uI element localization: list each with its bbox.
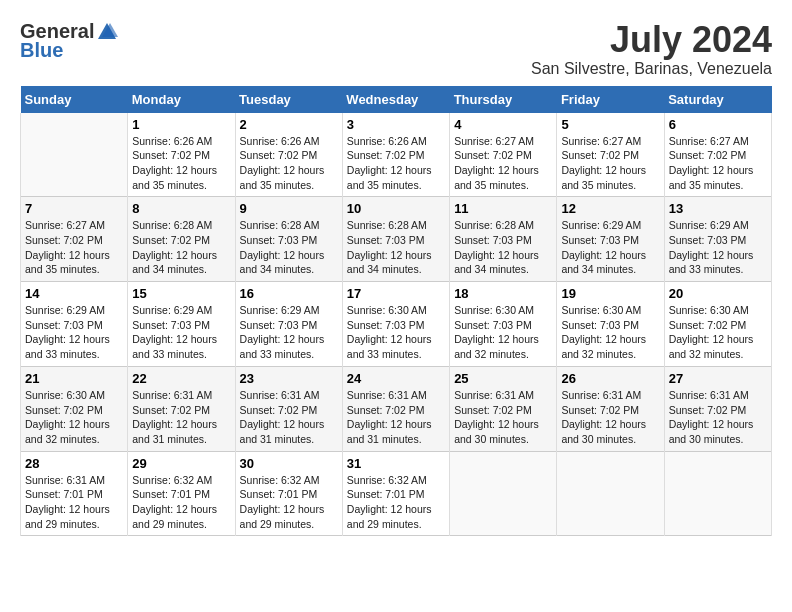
calendar-cell: 14Sunrise: 6:29 AM Sunset: 7:03 PM Dayli…	[21, 282, 128, 367]
calendar-cell: 15Sunrise: 6:29 AM Sunset: 7:03 PM Dayli…	[128, 282, 235, 367]
calendar-cell: 11Sunrise: 6:28 AM Sunset: 7:03 PM Dayli…	[450, 197, 557, 282]
day-info: Sunrise: 6:31 AM Sunset: 7:02 PM Dayligh…	[347, 388, 445, 447]
calendar-cell: 20Sunrise: 6:30 AM Sunset: 7:02 PM Dayli…	[664, 282, 771, 367]
calendar-cell: 1Sunrise: 6:26 AM Sunset: 7:02 PM Daylig…	[128, 113, 235, 197]
day-info: Sunrise: 6:28 AM Sunset: 7:03 PM Dayligh…	[347, 218, 445, 277]
day-number: 8	[132, 201, 230, 216]
weekday-header-friday: Friday	[557, 86, 664, 113]
day-info: Sunrise: 6:28 AM Sunset: 7:03 PM Dayligh…	[454, 218, 552, 277]
calendar-cell: 13Sunrise: 6:29 AM Sunset: 7:03 PM Dayli…	[664, 197, 771, 282]
weekday-header-row: SundayMondayTuesdayWednesdayThursdayFrid…	[21, 86, 772, 113]
calendar-cell: 26Sunrise: 6:31 AM Sunset: 7:02 PM Dayli…	[557, 366, 664, 451]
day-info: Sunrise: 6:29 AM Sunset: 7:03 PM Dayligh…	[132, 303, 230, 362]
day-info: Sunrise: 6:30 AM Sunset: 7:02 PM Dayligh…	[25, 388, 123, 447]
day-info: Sunrise: 6:31 AM Sunset: 7:02 PM Dayligh…	[454, 388, 552, 447]
calendar-cell: 21Sunrise: 6:30 AM Sunset: 7:02 PM Dayli…	[21, 366, 128, 451]
day-number: 15	[132, 286, 230, 301]
day-number: 10	[347, 201, 445, 216]
calendar-cell: 12Sunrise: 6:29 AM Sunset: 7:03 PM Dayli…	[557, 197, 664, 282]
day-info: Sunrise: 6:26 AM Sunset: 7:02 PM Dayligh…	[347, 134, 445, 193]
day-number: 30	[240, 456, 338, 471]
day-info: Sunrise: 6:32 AM Sunset: 7:01 PM Dayligh…	[132, 473, 230, 532]
day-info: Sunrise: 6:30 AM Sunset: 7:03 PM Dayligh…	[454, 303, 552, 362]
day-info: Sunrise: 6:27 AM Sunset: 7:02 PM Dayligh…	[561, 134, 659, 193]
day-number: 28	[25, 456, 123, 471]
calendar-cell: 23Sunrise: 6:31 AM Sunset: 7:02 PM Dayli…	[235, 366, 342, 451]
day-number: 11	[454, 201, 552, 216]
logo-blue-text: Blue	[20, 39, 63, 62]
calendar-cell: 4Sunrise: 6:27 AM Sunset: 7:02 PM Daylig…	[450, 113, 557, 197]
weekday-header-thursday: Thursday	[450, 86, 557, 113]
day-info: Sunrise: 6:31 AM Sunset: 7:02 PM Dayligh…	[132, 388, 230, 447]
day-number: 12	[561, 201, 659, 216]
day-info: Sunrise: 6:27 AM Sunset: 7:02 PM Dayligh…	[669, 134, 767, 193]
calendar-week-5: 28Sunrise: 6:31 AM Sunset: 7:01 PM Dayli…	[21, 451, 772, 536]
calendar-cell: 2Sunrise: 6:26 AM Sunset: 7:02 PM Daylig…	[235, 113, 342, 197]
calendar-cell: 3Sunrise: 6:26 AM Sunset: 7:02 PM Daylig…	[342, 113, 449, 197]
day-info: Sunrise: 6:29 AM Sunset: 7:03 PM Dayligh…	[25, 303, 123, 362]
day-number: 19	[561, 286, 659, 301]
day-info: Sunrise: 6:28 AM Sunset: 7:02 PM Dayligh…	[132, 218, 230, 277]
weekday-header-tuesday: Tuesday	[235, 86, 342, 113]
day-info: Sunrise: 6:32 AM Sunset: 7:01 PM Dayligh…	[240, 473, 338, 532]
month-year-title: July 2024	[531, 20, 772, 60]
calendar-cell: 10Sunrise: 6:28 AM Sunset: 7:03 PM Dayli…	[342, 197, 449, 282]
calendar-cell: 31Sunrise: 6:32 AM Sunset: 7:01 PM Dayli…	[342, 451, 449, 536]
day-info: Sunrise: 6:31 AM Sunset: 7:01 PM Dayligh…	[25, 473, 123, 532]
calendar-cell: 5Sunrise: 6:27 AM Sunset: 7:02 PM Daylig…	[557, 113, 664, 197]
day-number: 14	[25, 286, 123, 301]
day-info: Sunrise: 6:27 AM Sunset: 7:02 PM Dayligh…	[25, 218, 123, 277]
day-info: Sunrise: 6:27 AM Sunset: 7:02 PM Dayligh…	[454, 134, 552, 193]
day-info: Sunrise: 6:31 AM Sunset: 7:02 PM Dayligh…	[669, 388, 767, 447]
day-number: 1	[132, 117, 230, 132]
day-info: Sunrise: 6:32 AM Sunset: 7:01 PM Dayligh…	[347, 473, 445, 532]
calendar-cell: 24Sunrise: 6:31 AM Sunset: 7:02 PM Dayli…	[342, 366, 449, 451]
day-info: Sunrise: 6:29 AM Sunset: 7:03 PM Dayligh…	[240, 303, 338, 362]
calendar-cell: 6Sunrise: 6:27 AM Sunset: 7:02 PM Daylig…	[664, 113, 771, 197]
calendar-cell: 8Sunrise: 6:28 AM Sunset: 7:02 PM Daylig…	[128, 197, 235, 282]
day-number: 5	[561, 117, 659, 132]
calendar-cell: 30Sunrise: 6:32 AM Sunset: 7:01 PM Dayli…	[235, 451, 342, 536]
page-header: General Blue July 2024 San Silvestre, Ba…	[20, 20, 772, 78]
location-subtitle: San Silvestre, Barinas, Venezuela	[531, 60, 772, 78]
day-info: Sunrise: 6:26 AM Sunset: 7:02 PM Dayligh…	[132, 134, 230, 193]
weekday-header-saturday: Saturday	[664, 86, 771, 113]
weekday-header-monday: Monday	[128, 86, 235, 113]
calendar-cell: 9Sunrise: 6:28 AM Sunset: 7:03 PM Daylig…	[235, 197, 342, 282]
calendar-cell: 28Sunrise: 6:31 AM Sunset: 7:01 PM Dayli…	[21, 451, 128, 536]
day-number: 6	[669, 117, 767, 132]
calendar-cell: 17Sunrise: 6:30 AM Sunset: 7:03 PM Dayli…	[342, 282, 449, 367]
day-number: 26	[561, 371, 659, 386]
title-section: July 2024 San Silvestre, Barinas, Venezu…	[531, 20, 772, 78]
calendar-cell: 29Sunrise: 6:32 AM Sunset: 7:01 PM Dayli…	[128, 451, 235, 536]
day-number: 2	[240, 117, 338, 132]
day-number: 23	[240, 371, 338, 386]
day-number: 7	[25, 201, 123, 216]
day-info: Sunrise: 6:29 AM Sunset: 7:03 PM Dayligh…	[561, 218, 659, 277]
calendar-cell	[450, 451, 557, 536]
day-number: 4	[454, 117, 552, 132]
calendar-cell	[664, 451, 771, 536]
calendar-body: 1Sunrise: 6:26 AM Sunset: 7:02 PM Daylig…	[21, 113, 772, 536]
calendar-cell	[21, 113, 128, 197]
day-number: 3	[347, 117, 445, 132]
day-number: 22	[132, 371, 230, 386]
calendar-cell: 25Sunrise: 6:31 AM Sunset: 7:02 PM Dayli…	[450, 366, 557, 451]
calendar-table: SundayMondayTuesdayWednesdayThursdayFrid…	[20, 86, 772, 537]
calendar-week-4: 21Sunrise: 6:30 AM Sunset: 7:02 PM Dayli…	[21, 366, 772, 451]
day-number: 27	[669, 371, 767, 386]
weekday-header-wednesday: Wednesday	[342, 86, 449, 113]
day-info: Sunrise: 6:29 AM Sunset: 7:03 PM Dayligh…	[669, 218, 767, 277]
calendar-week-1: 1Sunrise: 6:26 AM Sunset: 7:02 PM Daylig…	[21, 113, 772, 197]
day-number: 21	[25, 371, 123, 386]
logo-icon	[96, 21, 118, 43]
day-number: 18	[454, 286, 552, 301]
day-number: 31	[347, 456, 445, 471]
calendar-cell: 19Sunrise: 6:30 AM Sunset: 7:03 PM Dayli…	[557, 282, 664, 367]
calendar-cell: 7Sunrise: 6:27 AM Sunset: 7:02 PM Daylig…	[21, 197, 128, 282]
day-info: Sunrise: 6:31 AM Sunset: 7:02 PM Dayligh…	[240, 388, 338, 447]
day-info: Sunrise: 6:26 AM Sunset: 7:02 PM Dayligh…	[240, 134, 338, 193]
calendar-week-3: 14Sunrise: 6:29 AM Sunset: 7:03 PM Dayli…	[21, 282, 772, 367]
day-number: 24	[347, 371, 445, 386]
calendar-cell: 22Sunrise: 6:31 AM Sunset: 7:02 PM Dayli…	[128, 366, 235, 451]
